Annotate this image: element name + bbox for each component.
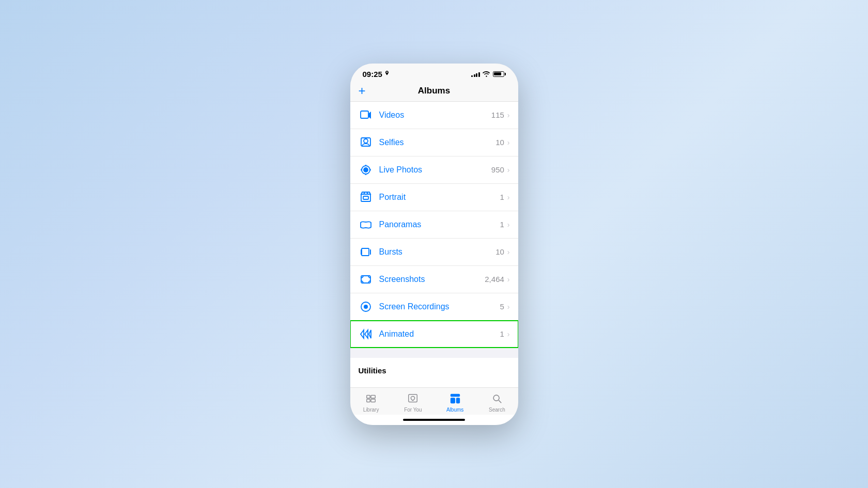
for-you-svg	[407, 393, 419, 404]
videos-icon	[359, 108, 373, 122]
selfies-chevron: ›	[507, 138, 510, 147]
home-bar	[403, 419, 465, 421]
content-area: Videos 115 › Selfies 10 ›	[350, 102, 518, 387]
library-tab-label: Library	[363, 407, 379, 413]
panoramas-svg	[360, 218, 372, 231]
list-item-animated[interactable]: Animated 1 ›	[350, 321, 518, 348]
svg-point-35	[493, 395, 499, 401]
svg-rect-10	[361, 194, 370, 201]
svg-rect-27	[367, 395, 370, 398]
tab-library[interactable]: Library	[350, 392, 392, 413]
bursts-count: 10	[495, 247, 504, 256]
svg-rect-30	[371, 399, 375, 402]
albums-tab-icon	[448, 392, 462, 405]
portrait-chevron: ›	[507, 193, 510, 201]
svg-marker-19	[365, 330, 368, 338]
tab-for-you[interactable]: For You	[392, 392, 434, 413]
svg-rect-13	[361, 249, 362, 255]
list-item-imports[interactable]: Imports 13 ›	[350, 378, 518, 387]
svg-rect-11	[363, 196, 368, 199]
library-tab-icon	[364, 392, 378, 405]
media-types-section: Videos 115 › Selfies 10 ›	[350, 102, 518, 348]
tab-search[interactable]: Search	[476, 392, 518, 413]
portrait-count: 1	[500, 193, 504, 201]
animated-count: 1	[500, 329, 504, 338]
svg-rect-29	[371, 395, 375, 398]
screenshots-count: 2,464	[485, 275, 504, 284]
page-title: Albums	[418, 86, 450, 96]
list-item-screenshots[interactable]: Screenshots 2,464 ›	[350, 266, 518, 293]
tab-albums[interactable]: Albums	[434, 392, 476, 413]
bursts-chevron: ›	[507, 248, 510, 256]
screenshots-label: Screenshots	[379, 275, 485, 284]
utilities-section: Utilities Imports 13 ›	[350, 358, 518, 387]
list-item-panoramas[interactable]: Panoramas 1 ›	[350, 211, 518, 239]
screen-recordings-chevron: ›	[507, 303, 510, 311]
screenshots-chevron: ›	[507, 275, 510, 284]
for-you-tab-icon	[406, 392, 420, 405]
status-bar: 09:25	[350, 64, 518, 82]
signal-bar-3	[476, 73, 477, 77]
battery-body	[493, 71, 504, 77]
screen-recordings-count: 5	[500, 302, 504, 311]
selfies-icon	[359, 135, 373, 150]
bursts-icon	[359, 245, 373, 259]
battery-icon	[493, 71, 506, 77]
bursts-svg	[360, 246, 372, 258]
videos-count: 115	[491, 111, 504, 119]
list-item-videos[interactable]: Videos 115 ›	[350, 102, 518, 129]
portrait-label: Portrait	[379, 193, 500, 202]
search-tab-label: Search	[489, 407, 505, 413]
nav-header: + Albums	[350, 82, 518, 102]
svg-rect-12	[362, 248, 369, 256]
svg-point-4	[364, 168, 368, 172]
live-photos-label: Live Photos	[379, 165, 491, 175]
status-icons	[471, 71, 506, 77]
imports-svg	[360, 385, 372, 387]
videos-chevron: ›	[507, 111, 510, 119]
battery-tip	[505, 73, 506, 75]
list-item-screen-recordings[interactable]: Screen Recordings 5 ›	[350, 293, 518, 321]
videos-label: Videos	[379, 111, 491, 120]
add-album-button[interactable]: +	[359, 85, 366, 97]
screenshots-icon	[359, 272, 373, 287]
selfies-svg	[360, 136, 372, 149]
screen-recordings-label: Screen Recordings	[379, 302, 500, 311]
svg-rect-14	[370, 249, 371, 255]
search-tab-icon	[490, 392, 504, 405]
time-display: 09:25	[363, 70, 382, 78]
list-item-live-photos[interactable]: Live Photos 950 ›	[350, 156, 518, 184]
portrait-svg	[360, 191, 372, 203]
selfies-count: 10	[495, 138, 504, 147]
animated-icon	[359, 327, 373, 341]
status-time: 09:25	[363, 70, 390, 78]
wifi-icon	[483, 71, 490, 77]
svg-rect-34	[450, 393, 459, 397]
home-indicator	[350, 415, 518, 425]
screen-recordings-svg	[360, 301, 372, 313]
imports-icon	[359, 384, 373, 387]
library-svg	[365, 393, 377, 404]
list-item-bursts[interactable]: Bursts 10 ›	[350, 239, 518, 266]
screenshots-svg	[360, 273, 372, 286]
albums-svg	[450, 393, 461, 404]
signal-bar-2	[474, 74, 475, 77]
list-item-portrait[interactable]: Portrait 1 ›	[350, 184, 518, 211]
battery-fill	[494, 72, 501, 75]
utilities-header: Utilities	[350, 358, 518, 378]
live-photos-svg	[360, 164, 372, 176]
panoramas-label: Panoramas	[379, 220, 500, 229]
live-photos-chevron: ›	[507, 166, 510, 174]
for-you-tab-label: For You	[404, 407, 422, 413]
videos-svg	[360, 109, 372, 121]
list-item-selfies[interactable]: Selfies 10 ›	[350, 129, 518, 156]
selfies-label: Selfies	[379, 138, 496, 147]
svg-marker-18	[361, 330, 364, 338]
svg-rect-28	[367, 399, 370, 402]
panoramas-chevron: ›	[507, 221, 510, 229]
signal-bar-1	[471, 75, 473, 77]
phone-frame: 09:25 + Albums	[350, 64, 518, 425]
live-photos-count: 950	[491, 165, 504, 174]
svg-rect-0	[361, 111, 368, 118]
tab-bar: Library For You Albums	[350, 387, 518, 415]
